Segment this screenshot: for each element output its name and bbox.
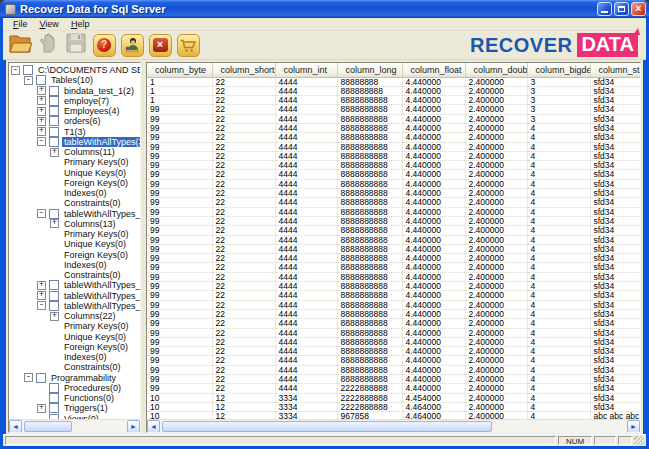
expand-icon[interactable]: + [37, 281, 46, 290]
table-row[interactable]: 9922444488888888884.4400002.4000004sfd34 [147, 282, 640, 291]
tree-checkbox[interactable] [49, 106, 59, 116]
tree-item-label[interactable]: tableWithAllTypes_4(11) [62, 280, 140, 290]
expand-icon[interactable]: + [50, 148, 59, 157]
tree-item-label[interactable]: Unique Keys(0) [62, 168, 128, 178]
grid-horizontal-scrollbar[interactable]: ◄ ► [147, 419, 640, 432]
buy-button[interactable] [175, 33, 201, 58]
table-row[interactable]: 101233349678584.4640002.4000004abc abc a… [147, 412, 640, 419]
tree-item[interactable]: Functions(0) [9, 393, 140, 403]
tree-item-label[interactable]: Unique Keys(0) [62, 332, 128, 342]
table-row[interactable]: 9922444488888888884.4400002.4000004sfd34 [147, 235, 640, 244]
tree-item-label[interactable]: Indexes(0) [62, 188, 109, 198]
tree-checkbox[interactable] [49, 209, 59, 219]
table-row[interactable]: 9922444488888888884.4400002.4000004sfd34 [147, 189, 640, 198]
table-row[interactable]: 9922444488888888884.4400002.4000003sfd34 [147, 105, 640, 114]
table-row[interactable]: 9922444488888888884.4400002.4000004sfd34 [147, 123, 640, 132]
table-row[interactable]: 9922444488888888884.4400002.4000004sfd34 [147, 291, 640, 300]
column-header[interactable]: column_float [402, 63, 465, 77]
table-row[interactable]: 1012333422228888884.4640002.4000004sfd34 [147, 402, 640, 411]
table-row[interactable]: 9922444488888888884.4400002.4000004sfd34 [147, 300, 640, 309]
expand-icon[interactable]: + [37, 291, 46, 300]
tree-checkbox[interactable] [49, 383, 59, 393]
tree-item[interactable]: -Tables(10) [9, 75, 140, 85]
tree-item[interactable]: Constraints(0) [9, 362, 140, 372]
menu-file[interactable]: File [7, 19, 34, 29]
table-row[interactable]: 9922444488888888884.4400002.4000004sfd34 [147, 263, 640, 272]
tree-item[interactable]: +T1(3) [9, 127, 140, 137]
table-row[interactable]: 9922444488888888884.4400002.4000004sfd34 [147, 244, 640, 253]
tree-item-label[interactable]: Tables(10) [49, 75, 95, 85]
table-row[interactable]: 9922444488888888884.4400002.4000003sfd34 [147, 114, 640, 123]
table-row[interactable]: 9922444488888888884.4400002.4000004sfd34 [147, 356, 640, 365]
tree-item[interactable]: Indexes(0) [9, 260, 140, 270]
menu-view[interactable]: View [34, 19, 65, 29]
collapse-icon[interactable]: - [24, 373, 33, 382]
grid-scroll-thumb[interactable] [162, 421, 492, 432]
about-button[interactable] [119, 33, 145, 58]
table-row[interactable]: 9922444488888888884.4400002.4000004sfd34 [147, 365, 640, 374]
tree-item-label[interactable]: Functions(0) [62, 393, 116, 403]
tree-checkbox[interactable] [49, 137, 59, 147]
table-row[interactable]: 9922444488888888884.4400002.4000004sfd34 [147, 133, 640, 142]
tree-scroll-track[interactable] [22, 420, 127, 433]
table-row[interactable]: 9922444488888888884.4400002.4000004sfd34 [147, 207, 640, 216]
table-row[interactable]: 9922444488888888884.4400002.4000004sfd34 [147, 337, 640, 346]
tree-item-label[interactable]: Constraints(0) [62, 198, 123, 208]
tree-item-label[interactable]: Triggers(1) [62, 403, 110, 413]
scroll-right-icon[interactable]: ► [627, 420, 640, 433]
help-button[interactable]: ? [91, 33, 117, 58]
table-row[interactable]: 9922444488888888884.4400002.4000004sfd34 [147, 226, 640, 235]
column-header[interactable]: column_long [337, 63, 402, 77]
table-row[interactable]: 9922444488888888884.4400002.4000004sfd34 [147, 375, 640, 384]
tree-item-label[interactable]: Primary Keys(0) [62, 157, 131, 167]
tree-item-label[interactable]: C:\DOCUMENTS AND SETTINGS\AD [36, 65, 140, 75]
close-button[interactable]: × [631, 2, 646, 16]
tree-item[interactable]: Primary Keys(0) [9, 157, 140, 167]
tree-item[interactable]: Foreign Keys(0) [9, 250, 140, 260]
tree-checkbox[interactable] [36, 373, 46, 383]
table-row[interactable]: 9922444488888888884.4400002.4000004sfd34 [147, 161, 640, 170]
tree-item-label[interactable]: Employees(4) [62, 106, 122, 116]
restore-button[interactable] [614, 2, 629, 16]
tree-item-label[interactable]: Procedures(0) [62, 383, 123, 393]
tree-horizontal-scrollbar[interactable]: ◄ ► [9, 419, 140, 432]
table-row[interactable]: 9922444488888888884.4400002.4000004sfd34 [147, 319, 640, 328]
tree-item[interactable]: Indexes(0) [9, 188, 140, 198]
tree-item-label[interactable]: Indexes(0) [62, 260, 109, 270]
tree-item-label[interactable]: Programmability [49, 373, 118, 383]
tree-item-label[interactable]: Foreign Keys(0) [62, 178, 130, 188]
resize-grip[interactable] [634, 436, 644, 445]
scroll-left-icon[interactable]: ◄ [9, 420, 22, 433]
tree-checkbox[interactable] [23, 65, 33, 75]
tree-item-label[interactable]: employe(7) [62, 96, 111, 106]
tree-item[interactable]: +tableWithAllTypes_5(4) [9, 291, 140, 301]
expand-icon[interactable]: + [50, 312, 59, 321]
tree-item[interactable]: +orders(6) [9, 116, 140, 126]
table-row[interactable]: 12244448888888884.4400002.4000003sfd34 [147, 86, 640, 95]
tree-item-label[interactable]: Indexes(0) [62, 352, 109, 362]
collapse-icon[interactable]: - [11, 66, 20, 75]
tree-item[interactable]: Constraints(0) [9, 198, 140, 208]
expand-icon[interactable]: + [37, 86, 46, 95]
table-row[interactable]: 9922444488888888884.4400002.4000004sfd34 [147, 151, 640, 160]
column-header[interactable]: column_byte [147, 63, 212, 77]
table-row[interactable]: 9922444488888888884.4400002.4000004sfd34 [147, 309, 640, 318]
tree-checkbox[interactable] [36, 75, 46, 85]
tree-item[interactable]: Foreign Keys(0) [9, 178, 140, 188]
tree-item-label[interactable]: tableWithAllTypes_6(20) [62, 301, 140, 311]
tree-item[interactable]: +employe(7) [9, 96, 140, 106]
grid-scroll-track[interactable] [160, 420, 627, 433]
tree-item-label[interactable]: Columns(22) [62, 311, 118, 321]
table-row[interactable]: 9922444488888888884.4400002.4000004sfd34 [147, 170, 640, 179]
tree-item-label[interactable]: Columns(13) [62, 219, 118, 229]
table-row[interactable]: 122444488888888884.4400002.4000003sfd34 [147, 96, 640, 105]
table-row[interactable]: 9922444488888888884.4400002.4000004sfd34 [147, 198, 640, 207]
tree-item-label[interactable]: tableWithAllTypes_5(4) [62, 291, 140, 301]
tree-item-label[interactable]: Primary Keys(0) [62, 229, 131, 239]
tree-item[interactable]: -C:\DOCUMENTS AND SETTINGS\AD [9, 65, 140, 75]
tree-item[interactable]: Indexes(0) [9, 352, 140, 362]
tree-item-label[interactable]: orders(6) [62, 116, 103, 126]
tree-item[interactable]: +Columns(22) [9, 311, 140, 321]
tree-scroll-thumb[interactable] [24, 421, 72, 432]
column-header[interactable]: column_bigdeci... [527, 63, 590, 77]
